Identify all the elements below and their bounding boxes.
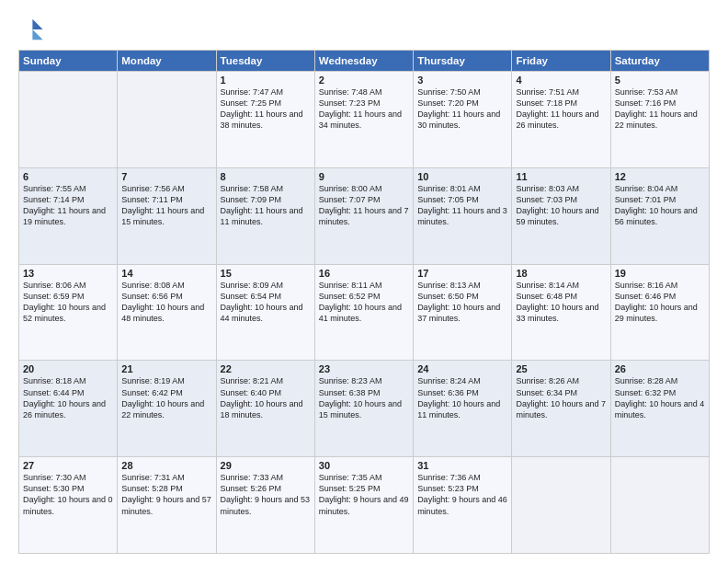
calendar-cell: 14Sunrise: 8:08 AM Sunset: 6:56 PM Dayli…: [118, 264, 216, 361]
calendar-cell: 27Sunrise: 7:30 AM Sunset: 5:30 PM Dayli…: [19, 457, 118, 554]
calendar-body: 1Sunrise: 7:47 AM Sunset: 7:25 PM Daylig…: [19, 72, 710, 554]
day-info: Sunrise: 8:01 AM Sunset: 7:05 PM Dayligh…: [417, 183, 507, 228]
day-info: Sunrise: 7:58 AM Sunset: 7:09 PM Dayligh…: [221, 183, 311, 228]
day-number: 15: [221, 268, 311, 279]
calendar-cell: 2Sunrise: 7:48 AM Sunset: 7:23 PM Daylig…: [314, 72, 413, 168]
calendar-cell: 6Sunrise: 7:55 AM Sunset: 7:14 PM Daylig…: [19, 167, 118, 264]
calendar-cell: 8Sunrise: 7:58 AM Sunset: 7:09 PM Daylig…: [216, 167, 314, 264]
day-info: Sunrise: 8:24 AM Sunset: 6:36 PM Dayligh…: [417, 375, 507, 420]
day-number: 12: [615, 171, 705, 182]
day-header-wednesday: Wednesday: [314, 51, 413, 72]
calendar-cell: 9Sunrise: 8:00 AM Sunset: 7:07 PM Daylig…: [314, 167, 413, 264]
day-number: 16: [319, 268, 409, 279]
calendar-cell: 22Sunrise: 8:21 AM Sunset: 6:40 PM Dayli…: [216, 361, 314, 457]
day-number: 1: [221, 75, 311, 86]
day-info: Sunrise: 7:36 AM Sunset: 5:23 PM Dayligh…: [417, 472, 507, 517]
day-info: Sunrise: 8:09 AM Sunset: 6:54 PM Dayligh…: [221, 280, 311, 325]
calendar-cell: 30Sunrise: 7:35 AM Sunset: 5:25 PM Dayli…: [314, 457, 413, 554]
day-number: 27: [23, 460, 113, 471]
day-header-sunday: Sunday: [19, 51, 118, 72]
day-number: 19: [615, 268, 705, 279]
day-info: Sunrise: 7:47 AM Sunset: 7:25 PM Dayligh…: [221, 86, 311, 132]
calendar-cell: 28Sunrise: 7:31 AM Sunset: 5:28 PM Dayli…: [118, 457, 216, 554]
calendar-cell: 29Sunrise: 7:33 AM Sunset: 5:26 PM Dayli…: [216, 457, 314, 554]
calendar-cell: 3Sunrise: 7:50 AM Sunset: 7:20 PM Daylig…: [414, 72, 512, 168]
calendar-cell: 19Sunrise: 8:16 AM Sunset: 6:46 PM Dayli…: [610, 264, 709, 361]
week-row-4: 20Sunrise: 8:18 AM Sunset: 6:44 PM Dayli…: [19, 361, 710, 457]
calendar-cell: 5Sunrise: 7:53 AM Sunset: 7:16 PM Daylig…: [610, 72, 709, 168]
calendar-cell: 10Sunrise: 8:01 AM Sunset: 7:05 PM Dayli…: [414, 167, 512, 264]
calendar-cell: 16Sunrise: 8:11 AM Sunset: 6:52 PM Dayli…: [314, 264, 413, 361]
day-info: Sunrise: 8:14 AM Sunset: 6:48 PM Dayligh…: [516, 280, 606, 325]
day-number: 8: [221, 171, 311, 182]
day-header-tuesday: Tuesday: [216, 51, 314, 72]
day-number: 11: [516, 171, 606, 182]
calendar-cell: 12Sunrise: 8:04 AM Sunset: 7:01 PM Dayli…: [610, 167, 709, 264]
calendar-cell: 20Sunrise: 8:18 AM Sunset: 6:44 PM Dayli…: [19, 361, 118, 457]
calendar-header-row: SundayMondayTuesdayWednesdayThursdayFrid…: [19, 51, 710, 72]
day-info: Sunrise: 7:33 AM Sunset: 5:26 PM Dayligh…: [221, 472, 311, 517]
calendar-cell: 21Sunrise: 8:19 AM Sunset: 6:42 PM Dayli…: [118, 361, 216, 457]
page: SundayMondayTuesdayWednesdayThursdayFrid…: [0, 0, 728, 563]
day-info: Sunrise: 7:48 AM Sunset: 7:23 PM Dayligh…: [319, 86, 409, 132]
calendar-cell: 31Sunrise: 7:36 AM Sunset: 5:23 PM Dayli…: [414, 457, 512, 554]
day-info: Sunrise: 7:55 AM Sunset: 7:14 PM Dayligh…: [23, 183, 113, 228]
day-number: 22: [221, 363, 311, 374]
day-number: 4: [516, 75, 606, 86]
day-info: Sunrise: 8:00 AM Sunset: 7:07 PM Dayligh…: [319, 183, 409, 228]
day-header-friday: Friday: [512, 51, 610, 72]
day-info: Sunrise: 7:51 AM Sunset: 7:18 PM Dayligh…: [516, 86, 606, 132]
day-number: 21: [121, 363, 211, 374]
day-header-saturday: Saturday: [610, 51, 709, 72]
day-number: 5: [615, 75, 705, 86]
day-info: Sunrise: 8:18 AM Sunset: 6:44 PM Dayligh…: [23, 375, 113, 420]
calendar-cell: [19, 72, 118, 168]
day-info: Sunrise: 7:30 AM Sunset: 5:30 PM Dayligh…: [23, 472, 113, 517]
calendar-cell: 25Sunrise: 8:26 AM Sunset: 6:34 PM Dayli…: [512, 361, 610, 457]
logo: [18, 17, 48, 42]
day-number: 18: [516, 268, 606, 279]
day-info: Sunrise: 7:53 AM Sunset: 7:16 PM Dayligh…: [615, 86, 705, 132]
day-info: Sunrise: 8:06 AM Sunset: 6:59 PM Dayligh…: [23, 280, 113, 325]
week-row-5: 27Sunrise: 7:30 AM Sunset: 5:30 PM Dayli…: [19, 457, 710, 554]
day-number: 28: [121, 460, 211, 471]
calendar-cell: 7Sunrise: 7:56 AM Sunset: 7:11 PM Daylig…: [118, 167, 216, 264]
day-number: 10: [417, 171, 507, 182]
day-info: Sunrise: 8:21 AM Sunset: 6:40 PM Dayligh…: [221, 375, 311, 420]
week-row-3: 13Sunrise: 8:06 AM Sunset: 6:59 PM Dayli…: [19, 264, 710, 361]
day-number: 17: [417, 268, 507, 279]
day-number: 29: [221, 460, 311, 471]
day-info: Sunrise: 8:08 AM Sunset: 6:56 PM Dayligh…: [121, 280, 211, 325]
calendar-cell: 17Sunrise: 8:13 AM Sunset: 6:50 PM Dayli…: [414, 264, 512, 361]
day-info: Sunrise: 8:03 AM Sunset: 7:03 PM Dayligh…: [516, 183, 606, 228]
day-number: 24: [417, 363, 507, 374]
day-info: Sunrise: 8:28 AM Sunset: 6:32 PM Dayligh…: [615, 375, 705, 420]
week-row-1: 1Sunrise: 7:47 AM Sunset: 7:25 PM Daylig…: [19, 72, 710, 168]
day-info: Sunrise: 7:35 AM Sunset: 5:25 PM Dayligh…: [319, 472, 409, 517]
calendar-cell: 11Sunrise: 8:03 AM Sunset: 7:03 PM Dayli…: [512, 167, 610, 264]
calendar-cell: [610, 457, 709, 554]
week-row-2: 6Sunrise: 7:55 AM Sunset: 7:14 PM Daylig…: [19, 167, 710, 264]
svg-marker-1: [32, 29, 42, 40]
calendar-cell: 15Sunrise: 8:09 AM Sunset: 6:54 PM Dayli…: [216, 264, 314, 361]
day-number: 2: [319, 75, 409, 86]
svg-marker-0: [32, 19, 42, 29]
day-info: Sunrise: 7:31 AM Sunset: 5:28 PM Dayligh…: [121, 472, 211, 517]
day-number: 20: [23, 363, 113, 374]
day-number: 3: [417, 75, 507, 86]
day-number: 7: [121, 171, 211, 182]
day-info: Sunrise: 7:50 AM Sunset: 7:20 PM Dayligh…: [417, 86, 507, 132]
day-info: Sunrise: 8:16 AM Sunset: 6:46 PM Dayligh…: [615, 280, 705, 325]
logo-icon: [18, 17, 44, 42]
day-number: 31: [417, 460, 507, 471]
day-info: Sunrise: 7:56 AM Sunset: 7:11 PM Dayligh…: [121, 183, 211, 228]
calendar-cell: 23Sunrise: 8:23 AM Sunset: 6:38 PM Dayli…: [314, 361, 413, 457]
day-header-monday: Monday: [118, 51, 216, 72]
day-info: Sunrise: 8:13 AM Sunset: 6:50 PM Dayligh…: [417, 280, 507, 325]
calendar-table: SundayMondayTuesdayWednesdayThursdayFrid…: [18, 50, 710, 554]
day-info: Sunrise: 8:26 AM Sunset: 6:34 PM Dayligh…: [516, 375, 606, 420]
calendar-cell: 1Sunrise: 7:47 AM Sunset: 7:25 PM Daylig…: [216, 72, 314, 168]
day-number: 6: [23, 171, 113, 182]
day-info: Sunrise: 8:19 AM Sunset: 6:42 PM Dayligh…: [121, 375, 211, 420]
calendar-cell: 18Sunrise: 8:14 AM Sunset: 6:48 PM Dayli…: [512, 264, 610, 361]
